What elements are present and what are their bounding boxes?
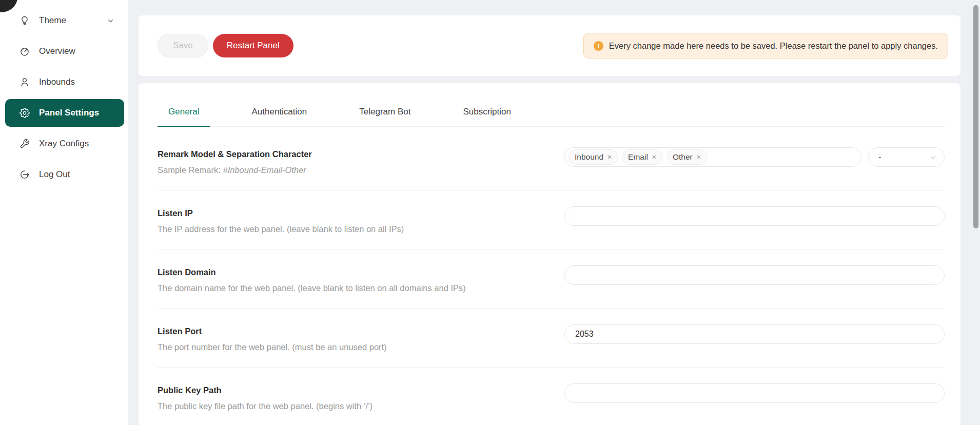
remark-model-tags-input[interactable]: Inbound ✕ Email ✕ Other ✕ — [564, 147, 861, 167]
listen-port-title: Listen Port — [158, 326, 564, 336]
separator-select[interactable]: - — [868, 147, 945, 167]
gear-icon — [19, 108, 30, 118]
public-key-path-desc: The public key file path for the web pan… — [158, 401, 564, 411]
sidebar: Theme Overview Inbounds Panel Settings — [0, 0, 128, 425]
settings-card: General Authentication Telegram Bot Subs… — [139, 83, 961, 425]
sample-remark-value: #Inbound-Email-Other — [223, 165, 306, 175]
sidebar-item-panel-settings[interactable]: Panel Settings — [5, 99, 124, 127]
sidebar-item-label: Theme — [39, 15, 66, 26]
separator-value: - — [878, 152, 881, 162]
sample-remark-label: Sample Remark: — [158, 165, 223, 175]
tag-inbound: Inbound ✕ — [569, 149, 618, 165]
wrench-icon — [19, 139, 30, 149]
listen-port-desc: The port number for the web panel. (must… — [158, 342, 564, 352]
tag-label: Other — [673, 152, 693, 162]
tag-label: Email — [628, 152, 648, 162]
toolbar-buttons: Save Restart Panel — [158, 34, 293, 57]
settings-tabs: General Authentication Telegram Bot Subs… — [158, 107, 945, 127]
form-row-listen-ip: Listen IP The IP address for the web pan… — [139, 190, 961, 234]
remove-tag-icon[interactable]: ✕ — [652, 153, 657, 161]
remark-model-sample: Sample Remark: #Inbound-Email-Other — [158, 165, 564, 175]
logout-icon — [19, 169, 30, 180]
sidebar-item-label: Overview — [39, 46, 75, 56]
listen-domain-desc: The domain name for the web panel. (leav… — [158, 283, 564, 293]
sidebar-item-inbounds[interactable]: Inbounds — [0, 67, 128, 98]
sidebar-item-overview[interactable]: Overview — [0, 36, 128, 67]
listen-ip-input[interactable] — [564, 206, 945, 226]
tag-other: Other ✕ — [667, 149, 708, 165]
sidebar-item-theme[interactable]: Theme — [0, 5, 128, 36]
listen-ip-title: Listen IP — [158, 208, 564, 218]
dashboard-icon — [19, 46, 30, 56]
public-key-path-input[interactable] — [564, 383, 945, 403]
sidebar-item-label: Log Out — [39, 169, 70, 180]
listen-ip-desc: The IP address for the web panel. (leave… — [158, 224, 564, 234]
sidebar-item-xray-configs[interactable]: Xray Configs — [0, 128, 128, 159]
remove-tag-icon[interactable]: ✕ — [607, 153, 612, 161]
toolbar-card: Save Restart Panel ! Every change made h… — [139, 15, 961, 76]
public-key-path-title: Public Key Path — [158, 385, 564, 395]
save-button[interactable]: Save — [158, 34, 208, 57]
tab-subscription[interactable]: Subscription — [452, 107, 522, 127]
warning-alert: ! Every change made here needs to be sav… — [583, 33, 948, 59]
chevron-down-icon — [930, 154, 936, 161]
user-icon — [19, 77, 30, 87]
page-scrollbar[interactable] — [973, 5, 978, 228]
tag-email: Email ✕ — [622, 149, 663, 165]
listen-domain-input[interactable] — [564, 265, 945, 285]
tab-general[interactable]: General — [158, 107, 210, 127]
remove-tag-icon[interactable]: ✕ — [696, 153, 701, 161]
form-row-remark-model: Remark Model & Separation Character Samp… — [139, 127, 961, 175]
sidebar-nav: Theme Overview Inbounds Panel Settings — [0, 0, 128, 190]
listen-domain-title: Listen Domain — [158, 267, 564, 277]
form-row-listen-domain: Listen Domain The domain name for the we… — [139, 249, 961, 293]
warning-alert-text: Every change made here needs to be saved… — [609, 41, 938, 51]
tag-label: Inbound — [575, 152, 603, 162]
lightbulb-icon — [19, 15, 30, 26]
form-row-public-key-path: Public Key Path The public key file path… — [139, 368, 961, 411]
chevron-down-icon[interactable] — [107, 17, 114, 24]
tab-authentication[interactable]: Authentication — [241, 107, 318, 127]
tab-telegram-bot[interactable]: Telegram Bot — [348, 107, 421, 127]
sidebar-item-label: Xray Configs — [39, 139, 89, 149]
remark-model-title: Remark Model & Separation Character — [158, 149, 564, 159]
main-content: Save Restart Panel ! Every change made h… — [128, 0, 980, 425]
sidebar-item-label: Panel Settings — [39, 108, 99, 118]
sidebar-item-label: Inbounds — [39, 77, 75, 87]
restart-panel-button[interactable]: Restart Panel — [213, 34, 293, 57]
listen-port-input[interactable] — [564, 324, 945, 344]
sidebar-item-log-out[interactable]: Log Out — [0, 159, 128, 190]
form-row-listen-port: Listen Port The port number for the web … — [139, 308, 961, 352]
warning-icon: ! — [594, 41, 603, 51]
